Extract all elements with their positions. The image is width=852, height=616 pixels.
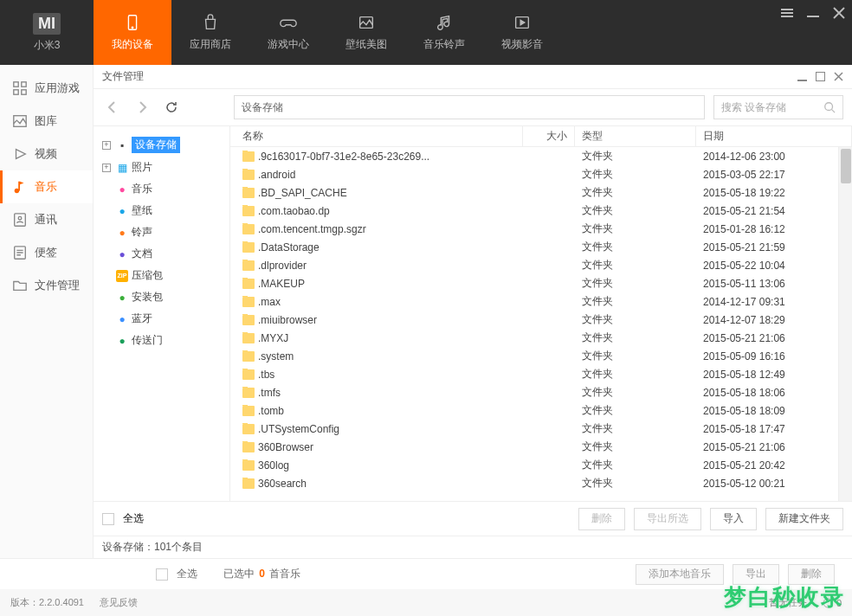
tree-item[interactable]: ●铃声 — [97, 221, 226, 243]
task-count: 0 — [823, 598, 842, 608]
file-row[interactable]: .dlprovider文件夹2015-05-22 10:04 — [230, 256, 852, 274]
tree-item[interactable]: ●传送门 — [97, 330, 226, 351]
close-icon[interactable] — [833, 7, 845, 19]
nav-tab-label: 音乐铃声 — [423, 37, 465, 52]
fm-status: 设备存储：101个条目 — [94, 536, 852, 558]
column-date[interactable]: 日期 — [696, 126, 852, 146]
sidebar-item-contacts[interactable]: 通讯 — [0, 203, 93, 236]
sidebar-item-video[interactable]: 视频 — [0, 138, 93, 170]
file-type: 文件夹 — [575, 440, 696, 454]
nav-tab-music[interactable]: 音乐铃声 — [405, 0, 483, 65]
file-row[interactable]: .com.taobao.dp文件夹2015-05-21 21:54 — [230, 202, 852, 220]
path-input[interactable]: 设备存储 — [234, 95, 705, 119]
file-row[interactable]: 360log文件夹2015-05-21 20:42 — [230, 456, 852, 474]
nav-tab-store[interactable]: 应用商店 — [171, 0, 249, 65]
svg-point-16 — [18, 216, 22, 220]
column-size[interactable]: 大小 — [523, 126, 575, 146]
expander-icon[interactable]: + — [102, 164, 111, 172]
delete-button[interactable]: 删除 — [578, 508, 625, 530]
sidebar-item-label: 图库 — [35, 113, 57, 129]
column-name[interactable]: 名称 — [236, 126, 523, 146]
expander-icon[interactable]: + — [102, 141, 111, 150]
tree-item[interactable]: ●音乐 — [97, 178, 226, 200]
file-row[interactable]: .UTSystemConfig文件夹2015-05-18 17:47 — [230, 420, 852, 438]
file-type: 文件夹 — [575, 258, 696, 273]
menu-icon[interactable] — [781, 7, 793, 19]
svg-point-1 — [132, 27, 132, 28]
folder-icon — [242, 460, 255, 471]
fm-close-icon[interactable] — [834, 72, 843, 81]
task-count-value: 0 — [836, 598, 842, 608]
tree-item[interactable]: ●安装包 — [97, 286, 226, 308]
nav-tabs: 我的设备 应用商店 游戏中心 壁纸美图 音乐铃声 视频影音 — [94, 0, 852, 65]
svg-rect-6 — [781, 16, 793, 17]
file-row[interactable]: .MAKEUP文件夹2015-05-11 13:06 — [230, 274, 852, 292]
tree-root[interactable]: + ▪ 设备存储 — [97, 133, 226, 157]
folder-icon — [242, 151, 255, 162]
fm-toolbar: 设备存储 搜索 设备存储 — [94, 89, 852, 125]
sidebar-item-files[interactable]: 文件管理 — [0, 269, 93, 302]
svg-rect-4 — [781, 9, 793, 10]
folder-icon — [242, 260, 255, 271]
music-select-all-label: 全选 — [177, 567, 197, 581]
refresh-button[interactable] — [161, 97, 182, 118]
photos-icon: ▦ — [116, 162, 128, 174]
topbar: MI 小米3 我的设备 应用商店 游戏中心 壁纸美图 音乐铃声 视频影音 — [0, 0, 852, 65]
file-type: 文件夹 — [575, 330, 696, 345]
new-folder-button[interactable]: 新建文件夹 — [765, 508, 843, 530]
minimize-icon[interactable] — [807, 7, 819, 19]
file-row[interactable]: .9c163017-0bf7-31e2-8e65-23c269...文件夹201… — [230, 147, 852, 165]
column-type[interactable]: 类型 — [575, 126, 696, 146]
file-row[interactable]: .system文件夹2015-05-09 16:16 — [230, 347, 852, 365]
scrollbar[interactable] — [838, 147, 852, 501]
export-selected-button[interactable]: 导出所选 — [634, 508, 701, 530]
nav-tab-game[interactable]: 游戏中心 — [249, 0, 327, 65]
file-row[interactable]: 360search文件夹2015-05-12 00:21 — [230, 474, 852, 492]
nav-tab-wallpaper[interactable]: 壁纸美图 — [327, 0, 405, 65]
sidebar-item-apps[interactable]: 应用游戏 — [0, 72, 93, 105]
file-row[interactable]: .BD_SAPI_CACHE文件夹2015-05-18 19:22 — [230, 183, 852, 202]
arrow-left-icon — [106, 100, 119, 114]
fm-minimize-icon[interactable] — [797, 72, 807, 81]
file-row[interactable]: .tomb文件夹2015-05-18 18:09 — [230, 401, 852, 420]
tree-item[interactable]: ●壁纸 — [97, 200, 226, 221]
import-button[interactable]: 导入 — [710, 508, 757, 530]
file-row[interactable]: .max文件夹2014-12-17 09:31 — [230, 292, 852, 311]
music-delete-button[interactable]: 删除 — [788, 564, 835, 585]
sidebar-item-music[interactable]: 音乐 — [0, 170, 93, 203]
select-all-checkbox[interactable] — [102, 513, 114, 525]
sidebar-item-notes[interactable]: 便签 — [0, 236, 93, 269]
file-row[interactable]: .android文件夹2015-03-05 22:17 — [230, 165, 852, 183]
nav-tab-video[interactable]: 视频影音 — [483, 0, 561, 65]
scrollbar-thumb[interactable] — [841, 149, 851, 183]
fm-maximize-icon[interactable] — [816, 72, 825, 81]
note-icon — [12, 179, 28, 195]
feedback-link[interactable]: 意见反馈 — [100, 596, 138, 609]
nav-tab-label: 壁纸美图 — [345, 37, 387, 52]
file-row[interactable]: .com.tencent.tmgp.sgzr文件夹2015-01-28 16:1… — [230, 220, 852, 238]
file-date: 2015-05-21 21:59 — [696, 241, 852, 253]
file-row[interactable]: .MYXJ文件夹2015-05-21 21:06 — [230, 329, 852, 347]
left-sidebar: 应用游戏 图库 视频 音乐 通讯 便签 文件管理 — [0, 65, 94, 558]
fm-title: 文件管理 — [102, 69, 144, 84]
nav-tab-device[interactable]: 我的设备 — [94, 0, 171, 65]
file-row[interactable]: .tmfs文件夹2015-05-18 18:06 — [230, 383, 852, 401]
forward-button[interactable] — [132, 97, 152, 118]
file-row[interactable]: .DataStorage文件夹2015-05-21 21:59 — [230, 238, 852, 256]
tree-item[interactable]: ●文档 — [97, 243, 226, 265]
folder-icon — [242, 188, 255, 198]
music-export-button[interactable]: 导出 — [733, 564, 779, 585]
file-date: 2014-12-07 18:29 — [696, 314, 852, 326]
file-row[interactable]: 360Browser文件夹2015-05-21 21:06 — [230, 438, 852, 456]
sidebar-item-gallery[interactable]: 图库 — [0, 105, 93, 138]
tree-item[interactable]: ZIP压缩包 — [97, 265, 226, 286]
add-local-music-button[interactable]: 添加本地音乐 — [636, 564, 724, 585]
file-row[interactable]: .tbs文件夹2015-05-18 12:49 — [230, 365, 852, 383]
tree-photos[interactable]: + ▦ 照片 — [97, 157, 226, 178]
back-button[interactable] — [102, 97, 123, 118]
search-input[interactable]: 搜索 设备存储 — [713, 95, 843, 119]
file-name: 360Browser — [258, 441, 313, 453]
tree-item[interactable]: ●蓝牙 — [97, 308, 226, 330]
music-select-all-checkbox[interactable] — [156, 568, 168, 581]
file-row[interactable]: .miuibrowser文件夹2014-12-07 18:29 — [230, 311, 852, 329]
